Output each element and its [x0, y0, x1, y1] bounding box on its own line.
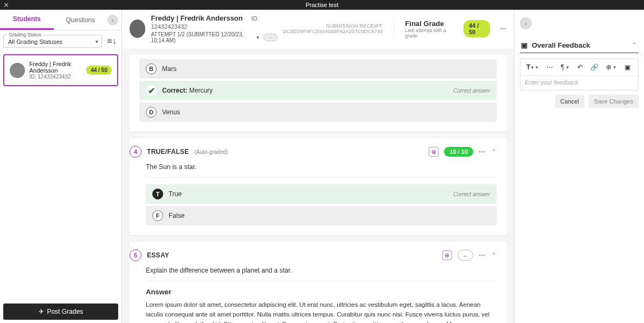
chevron-down-icon[interactable]: ▼: [256, 35, 260, 40]
option-text: True: [169, 190, 182, 198]
feedback-icon: ▣: [521, 41, 527, 49]
expand-panel-button[interactable]: ›: [520, 17, 532, 29]
student-score-pill: 44 / 50: [86, 66, 112, 75]
final-grade-title: Final Grade: [405, 20, 453, 28]
option-letter: T: [152, 189, 163, 199]
save-changes-button[interactable]: Save Changes: [589, 95, 639, 108]
option-text: Mercury: [188, 87, 213, 94]
divider: [146, 177, 497, 178]
sort-button[interactable]: ≡↓: [105, 35, 118, 48]
feedback-title: Overall Feedback: [532, 41, 590, 49]
student-id: ID: 12432423432: [29, 74, 82, 80]
submission-header: Freddy | Fredrik Andersson ID: 124324234…: [122, 10, 514, 49]
question-card-3-partial: B Mars ✔ Correct: Mercury Correct answer…: [130, 55, 506, 132]
option-letter: F: [152, 210, 163, 221]
chevron-up-icon: ⌃: [632, 41, 637, 49]
avatar: [10, 63, 25, 78]
final-grade-pill: 44 / 50: [463, 20, 490, 37]
feedback-textarea[interactable]: Enter your feedback: [520, 76, 638, 90]
collapse-question-button[interactable]: ⌃: [491, 251, 497, 259]
question-score-input[interactable]: --: [458, 250, 473, 261]
option-row[interactable]: B Mars: [139, 59, 497, 79]
answer-paragraph: Lorem ipsum dolor sit amet, consectetur …: [146, 300, 497, 323]
insert-feedback-button[interactable]: ⊕: [442, 250, 452, 260]
question-text: Explain the difference between a planet …: [146, 267, 497, 274]
filter-value: All Grading Statuses: [8, 38, 62, 45]
sidebar-tabs: Students Questions ‹: [0, 10, 121, 30]
student-name: Freddy | Fredrik Andersson: [29, 61, 82, 74]
correct-answer-tag: Correct answer: [453, 191, 490, 197]
answer-body: Lorem ipsum dolor sit amet, consectetur …: [146, 300, 497, 323]
grading-status-filter[interactable]: Grading Status All Grading Statuses ▾: [3, 35, 102, 48]
feedback-panel: › ▣ Overall Feedback ⌃ T▾▼ ⋯ ¶▼ ↶ 🔗 ⊕▼ ▣…: [514, 10, 644, 323]
answer-label: Answer: [146, 288, 497, 296]
avatar: [130, 20, 145, 38]
post-grades-button[interactable]: ✈ Post Grades: [3, 303, 118, 320]
feedback-header[interactable]: ▣ Overall Feedback ⌃: [520, 38, 639, 53]
undo-button[interactable]: ↶: [576, 62, 584, 72]
header-student-name: Freddy | Fredrik Andersson: [151, 14, 242, 22]
main-content: Freddy | Fredrik Andersson ID: 124324234…: [122, 10, 514, 323]
collapse-question-button[interactable]: ⌃: [491, 148, 497, 156]
question-card-5: 5 ESSAY ⊕ -- ⋯ ⌃ Explain the difference …: [130, 242, 506, 323]
question-number: 4: [130, 146, 141, 158]
divider: [146, 281, 497, 281]
feedback-editor: T▾▼ ⋯ ¶▼ ↶ 🔗 ⊕▼ ▣ Enter your feedback: [520, 59, 639, 91]
option-row[interactable]: D Venus: [139, 102, 497, 122]
option-text: Mars: [162, 65, 177, 73]
media-button[interactable]: ▣: [623, 62, 632, 72]
attempt-grade-pill[interactable]: [263, 34, 278, 41]
submission-receipt: SUBMISSION RECEIPT: DC5ED5F4FCE644089F92…: [283, 23, 383, 34]
paragraph-button[interactable]: ¶▼: [559, 62, 571, 72]
question-text: The Sun is a star.: [146, 163, 497, 171]
tab-questions[interactable]: Questions: [54, 11, 107, 29]
question-menu[interactable]: ⋯: [479, 148, 486, 156]
question-number: 5: [130, 249, 141, 261]
final-grade-sub: Last attempt with a grade: [405, 28, 453, 38]
question-menu[interactable]: ⋯: [479, 251, 486, 259]
link-button[interactable]: 🔗: [589, 62, 600, 72]
check-icon: ✔: [146, 85, 157, 96]
option-text: False: [169, 212, 184, 219]
close-icon[interactable]: ✕: [3, 1, 9, 9]
insert-feedback-button[interactable]: ⊕: [429, 147, 439, 157]
filter-label: Grading Status: [7, 32, 43, 37]
option-row[interactable]: F False: [146, 206, 497, 225]
question-type: TRUE/FALSE: [147, 148, 189, 156]
sidebar: Students Questions ‹ Grading Status All …: [0, 10, 122, 323]
tab-students[interactable]: Students: [0, 10, 54, 30]
insert-button[interactable]: ⊕▼: [604, 62, 619, 72]
more-text-button[interactable]: ⋯: [545, 62, 555, 72]
option-prefix: Correct:: [162, 87, 188, 94]
cancel-button[interactable]: Cancel: [555, 95, 584, 108]
correct-answer-tag: Correct answer: [453, 88, 490, 94]
collapse-sidebar-button[interactable]: ‹: [107, 15, 118, 25]
attempt-info[interactable]: ATTEMPT 1/2 (SUBMITTED 12/20/23, 10:14 A…: [151, 31, 252, 43]
question-score-pill[interactable]: 10 / 10: [444, 147, 473, 157]
option-letter: D: [146, 107, 157, 118]
chevron-down-icon: ▾: [95, 38, 98, 44]
question-type: ESSAY: [147, 251, 169, 259]
editor-toolbar: T▾▼ ⋯ ¶▼ ↶ 🔗 ⊕▼ ▣: [520, 59, 638, 76]
header-menu[interactable]: ⋯: [500, 25, 506, 33]
question-card-4: 4 TRUE/FALSE (Auto-graded) ⊕ 10 / 10 ⋯ ⌃…: [130, 138, 506, 235]
title-bar: ✕ Practise test: [0, 0, 644, 10]
window-title: Practise test: [306, 2, 339, 8]
option-row[interactable]: T True Correct answer: [146, 184, 497, 204]
option-text: Venus: [162, 108, 180, 116]
option-row[interactable]: ✔ Correct: Mercury Correct answer: [139, 81, 497, 100]
send-icon: ✈: [38, 308, 44, 315]
auto-graded-label: (Auto-graded): [195, 149, 228, 155]
post-grades-label: Post Grades: [47, 308, 83, 315]
option-letter: B: [146, 63, 157, 74]
student-list-item[interactable]: Freddy | Fredrik Andersson ID: 124324234…: [3, 54, 118, 86]
text-style-button[interactable]: T▾▼: [525, 62, 540, 72]
